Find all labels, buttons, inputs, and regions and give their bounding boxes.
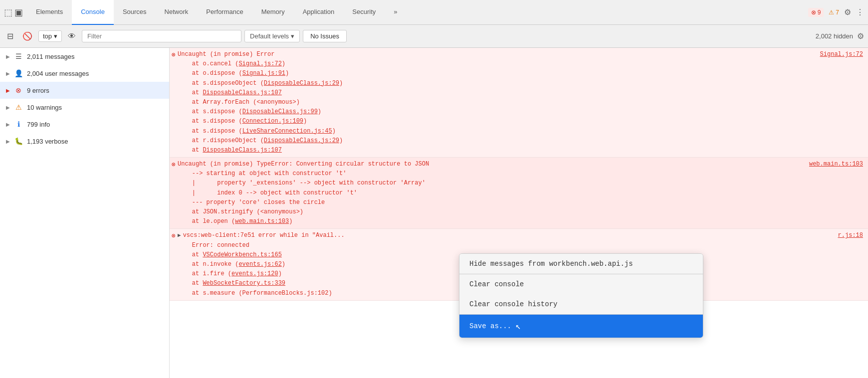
context-label: top	[43, 32, 52, 40]
console-line-1-5: at Array.forEach (<anonymous>)	[178, 98, 864, 107]
main-layout: ▶ ☰ 2,011 messages ▶ 👤 2,004 user messag…	[0, 48, 868, 378]
sidebar-messages-label: 2,011 messages	[27, 53, 74, 60]
sidebar-item-messages[interactable]: ▶ ☰ 2,011 messages	[0, 48, 169, 65]
chevron-right-icon-2: ▶	[6, 71, 10, 76]
console-line-3-1: Error: connected	[178, 241, 864, 250]
clear-console-button[interactable]: 🚫	[19, 29, 35, 43]
tab-application[interactable]: Application	[294, 0, 344, 25]
console-line-1-10: at DisposableClass.js:107	[178, 146, 864, 155]
tab-sources[interactable]: Sources	[114, 0, 156, 25]
error-icon-3: ⊗	[172, 232, 176, 240]
verbose-icon: 🐛	[14, 137, 23, 146]
console-settings-icon[interactable]: ⚙	[857, 31, 864, 41]
sidebar-user-messages-label: 2,004 user messages	[27, 70, 89, 77]
link-events-62[interactable]: events.js:62	[238, 261, 281, 268]
tab-memory[interactable]: Memory	[252, 0, 294, 25]
settings-icon[interactable]: ⚙	[844, 7, 851, 17]
console-line-1-2: at o.dispose (Signal.js:91)	[178, 69, 864, 78]
link-disposable-29[interactable]: DisposableClass.js:29	[264, 80, 339, 87]
error-icon-2: ⊗	[172, 161, 176, 169]
tab-network[interactable]: Network	[156, 0, 198, 25]
sidebar-item-errors[interactable]: ▶ ⊗ 9 errors	[0, 82, 169, 99]
level-dropdown-icon: ▾	[291, 32, 294, 40]
link-disposable-107[interactable]: DisposableClass.js:107	[203, 89, 281, 96]
link-connection-109[interactable]: Connection.js:109	[242, 118, 303, 125]
eye-icon-button[interactable]: 👁	[65, 30, 79, 43]
link-disposable-29b[interactable]: DisposableClass.js:29	[264, 137, 339, 144]
link-events-120[interactable]: events.js:120	[231, 270, 278, 277]
link-websocketfactory-339[interactable]: WebSocketFactory.ts:339	[203, 280, 285, 287]
console-line-2-3: | index 0 --> object with constructor 't…	[178, 189, 864, 198]
console-entry-2: ⊗ web.main.ts:103 Uncaught (in promise) …	[170, 158, 868, 229]
link-vscodeworkbench-165[interactable]: VSCodeWorkbench.ts:165	[203, 251, 281, 258]
entry-source-1[interactable]: Signal.js:72	[820, 51, 863, 58]
console-line-1-6: at s.dispose (DisposableClass.js:99)	[178, 107, 864, 117]
sidebar-toggle-button[interactable]: ⊟	[4, 29, 16, 43]
hidden-count: 2,002 hidden	[816, 32, 853, 40]
console-line-header-3: ▶vscs:web-client:7e51 error while in "Av…	[178, 231, 864, 240]
link-disposable-99[interactable]: DisposableClass.js:99	[242, 108, 318, 115]
sidebar-item-verbose[interactable]: ▶ 🐛 1,193 verbose	[0, 133, 169, 150]
cursor-pointer-icon: ↖	[515, 321, 521, 332]
warn-triangle-icon: ⚠	[829, 9, 834, 16]
tab-more[interactable]: »	[385, 0, 406, 25]
issues-button[interactable]: No Issues	[303, 30, 347, 42]
sidebar-item-user-messages[interactable]: ▶ 👤 2,004 user messages	[0, 65, 169, 82]
tab-performance[interactable]: Performance	[197, 0, 252, 25]
context-menu-clear-console[interactable]: Clear console	[459, 274, 703, 294]
chevron-right-icon-5: ▶	[6, 122, 10, 127]
console-line-1-1: at o.cancel (Signal.js:72)	[178, 59, 864, 69]
console-line-2-5: at JSON.stringify (<anonymous>)	[178, 207, 864, 217]
save-as-label: Save as...	[469, 322, 511, 330]
link-liveshare-45[interactable]: LiveShareConnection.js:45	[242, 128, 332, 135]
tab-elements[interactable]: Elements	[27, 0, 72, 25]
chevron-right-icon-3: ▶	[6, 88, 10, 93]
warn-badge[interactable]: ⚠ 7	[829, 9, 839, 16]
entry-source-3[interactable]: r.js:18	[838, 232, 863, 239]
console-entry-1: ⊗ Signal.js:72 Uncaught (in promise) Err…	[170, 48, 868, 158]
filter-input[interactable]	[82, 30, 241, 42]
tab-bar: ⬚ ▣ Elements Console Sources Network Per…	[0, 0, 868, 25]
console-line-2-6: at le.open (web.main.ts:103)	[178, 217, 864, 226]
cursor-icon[interactable]: ⬚	[4, 7, 12, 18]
tab-security[interactable]: Security	[343, 0, 385, 25]
context-menu: Hide messages from workbench.web.api.js …	[459, 253, 703, 338]
console-line-1-3: at s.disposeObject (DisposableClass.js:2…	[178, 79, 864, 88]
console-line-2-4: --- property 'core' closes the circle	[178, 198, 864, 207]
sidebar-info-label: 799 info	[27, 121, 50, 128]
console-line-header-1: Uncaught (in promise) Error	[178, 50, 864, 59]
tab-bar-right: ⊗ 9 ⚠ 7 ⚙ ⋮	[808, 7, 864, 17]
entry-source-2[interactable]: web.main.ts:103	[809, 161, 863, 168]
level-label: Default levels	[250, 32, 289, 40]
error-icon-1: ⊗	[172, 51, 176, 59]
console-area[interactable]: ⊗ Signal.js:72 Uncaught (in promise) Err…	[170, 48, 868, 378]
link-signal-91[interactable]: Signal.js:91	[242, 70, 285, 77]
link-disposable-107b[interactable]: DisposableClass.js:107	[203, 147, 281, 154]
context-dropdown-icon: ▾	[54, 32, 57, 40]
messages-icon: ☰	[14, 52, 23, 61]
sidebar-item-warnings[interactable]: ▶ ⚠ 10 warnings	[0, 99, 169, 116]
sidebar-item-info[interactable]: ▶ ℹ 799 info	[0, 116, 169, 133]
console-line-1-8: at s.dispose (LiveShareConnection.js:45)	[178, 127, 864, 136]
tab-console[interactable]: Console	[72, 0, 114, 25]
more-options-icon[interactable]: ⋮	[856, 7, 864, 17]
error-icon: ⊗	[14, 86, 23, 95]
link-signal-72[interactable]: Signal.js:72	[238, 60, 281, 67]
error-circle-icon: ⊗	[811, 9, 816, 16]
console-line-1-9: at r.disposeObject (DisposableClass.js:2…	[178, 136, 864, 146]
link-webmain-103[interactable]: web.main.ts:103	[235, 218, 289, 225]
console-line-1-7: at s.dispose (Connection.js:109)	[178, 117, 864, 126]
expand-arrow-3[interactable]: ▶	[178, 232, 181, 238]
toolbar: ⊟ 🚫 top ▾ 👁 Default levels ▾ No Issues 2…	[0, 25, 868, 48]
log-level-dropdown[interactable]: Default levels ▾	[244, 30, 300, 42]
context-selector[interactable]: top ▾	[38, 30, 62, 42]
console-line-2-2: | property '_extensions' --> object with…	[178, 179, 864, 188]
sidebar-errors-label: 9 errors	[27, 87, 49, 94]
error-badge[interactable]: ⊗ 9	[808, 8, 824, 17]
context-menu-hide-messages[interactable]: Hide messages from workbench.web.api.js	[459, 254, 703, 274]
context-menu-clear-history[interactable]: Clear console history	[459, 294, 703, 314]
chevron-right-icon: ▶	[6, 54, 10, 59]
context-menu-save-as[interactable]: Save as... ↖	[459, 315, 703, 338]
sidebar: ▶ ☰ 2,011 messages ▶ 👤 2,004 user messag…	[0, 48, 170, 378]
dock-icon[interactable]: ▣	[14, 7, 23, 18]
